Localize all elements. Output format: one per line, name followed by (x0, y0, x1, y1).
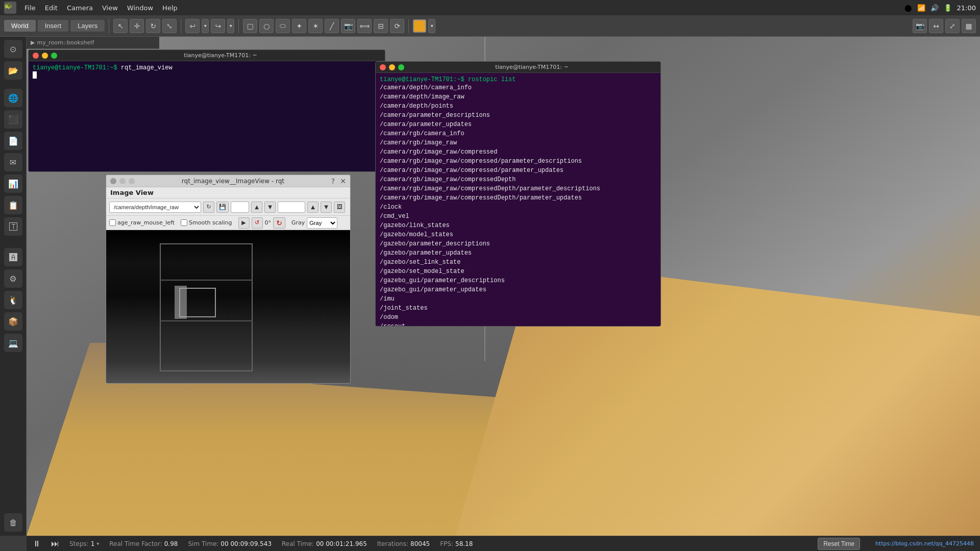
sidebar-item-impress[interactable]: 🅃 (4, 217, 22, 236)
translate-tool-btn[interactable]: ✛ (130, 19, 144, 33)
rqt-image-view-window[interactable]: rqt_image_view__ImageView - rqt ? ✕ Imag… (106, 174, 351, 384)
breadcrumb-arrow: ▶ (31, 39, 35, 46)
camera-pan-btn[interactable]: ↔ (929, 19, 943, 33)
camera-orbit-btn[interactable]: 📷 (913, 19, 927, 33)
rqt-topic-select[interactable]: /camera/depth/image_raw (109, 202, 201, 213)
cylinder-tool-btn[interactable]: ⬭ (276, 19, 290, 33)
box-tool-btn[interactable]: ▢ (243, 19, 257, 33)
sidebar-item-ubuntu[interactable]: 🐧 (4, 291, 22, 309)
rqt-save-btn[interactable]: 💾 (216, 202, 229, 213)
sidebar-item-amazon[interactable]: 🅰 (4, 248, 22, 266)
tab-world[interactable]: World (4, 20, 36, 32)
sphere-tool-btn[interactable]: ○ (259, 19, 274, 33)
menu-edit[interactable]: Edit (41, 3, 62, 13)
topic-item: /camera/depth/points (380, 102, 656, 111)
sidebar-item-present[interactable]: 📋 (4, 196, 22, 214)
sidebar-item-files[interactable]: 📄 (4, 132, 22, 150)
rqt-max-down-btn[interactable]: ▼ (321, 202, 332, 213)
align-btn[interactable]: ⊟ (374, 19, 388, 33)
reset-time-button[interactable]: Reset Time (818, 538, 860, 550)
menu-camera[interactable]: Camera (63, 3, 97, 13)
status-url: https://blog.csdn.net/qq_44725448 (875, 540, 974, 547)
topic-item: /camera/parameter_descriptions (380, 111, 656, 120)
sidebar-item-trash[interactable]: 🗑 (4, 513, 22, 532)
redo-btn[interactable]: ↪ (211, 19, 225, 33)
terminal-1[interactable]: tianye@tianye-TM1701: ~ tianye@tianye-TM… (28, 49, 385, 172)
terminal-1-min[interactable] (42, 53, 48, 59)
menu-window[interactable]: Window (123, 3, 157, 13)
rqt-icon-btn[interactable]: 🖼 (334, 202, 345, 213)
topic-item: /camera/depth/image_raw (380, 92, 656, 102)
rqt-up-btn[interactable]: ▲ (251, 202, 262, 213)
camera-zoom-btn[interactable]: ⤢ (945, 19, 960, 33)
rqt-close[interactable] (110, 178, 116, 184)
camera-mode-btn[interactable]: ▦ (962, 19, 976, 33)
redo-dropdown[interactable]: ▾ (227, 19, 234, 33)
point-light-btn[interactable]: ✶ (308, 19, 323, 33)
screenshot-btn[interactable]: 📷 (341, 19, 355, 33)
status-play-btn[interactable]: ⏸ (33, 539, 41, 548)
rotate-tool-btn[interactable]: ↻ (146, 19, 160, 33)
sidebar-item-spreadsheet[interactable]: 📊 (4, 174, 22, 193)
rqt-value-input[interactable]: 0 (231, 202, 249, 213)
undo-btn[interactable]: ↩ (185, 19, 200, 33)
terminal-1-body[interactable]: tianye@tianye-TM1701:~$ rqt_image_view (29, 61, 385, 171)
tab-insert[interactable]: Insert (38, 20, 69, 32)
rqt-checkbox1-label[interactable]: age_raw_mouse_left (109, 219, 175, 226)
rqt-color-select[interactable]: Gray (307, 217, 337, 229)
toolbar-separator-4 (408, 19, 409, 33)
tab-layers[interactable]: Layers (70, 20, 105, 32)
menu-file[interactable]: File (20, 3, 40, 13)
terminal-2-close[interactable] (380, 64, 386, 70)
tray-icon-volume: 🔊 (930, 4, 939, 12)
rqt-window-title: rqt_image_view__ImageView - rqt (138, 178, 328, 185)
tray-icon-network: 📶 (917, 4, 925, 12)
terminal-2[interactable]: tianye@tianye-TM1701: ~ tianye@tianye-TM… (375, 61, 661, 327)
status-steps-dropdown[interactable]: ▾ (96, 541, 99, 546)
scale-tool-btn[interactable]: ⤡ (162, 19, 177, 33)
sidebar-item-3[interactable] (4, 83, 22, 86)
rqt-settings-icon[interactable]: ✕ (340, 177, 346, 185)
light-tool-btn[interactable]: ✦ (292, 19, 306, 33)
topic-item: /rosout (380, 322, 656, 326)
menu-view[interactable]: View (98, 3, 122, 13)
rqt-max[interactable] (129, 178, 135, 184)
rqt-min[interactable] (119, 178, 126, 184)
rqt-max-up-btn[interactable]: ▲ (307, 202, 318, 213)
terminal-2-min[interactable] (389, 64, 395, 70)
undo-dropdown[interactable]: ▾ (202, 19, 209, 33)
sidebar-item-browser[interactable]: 🌐 (4, 89, 22, 107)
snap-btn[interactable]: ⟳ (390, 19, 404, 33)
rqt-rotate-cw-btn[interactable]: ↻ (273, 217, 285, 229)
rqt-max-input[interactable]: 10.00m (278, 202, 305, 213)
status-step-btn[interactable]: ⏭ (51, 539, 59, 548)
select-tool-btn[interactable]: ↖ (113, 19, 128, 33)
menu-help[interactable]: Help (158, 3, 182, 13)
sidebar-item-text[interactable]: ✉ (4, 153, 22, 171)
rqt-down-btn[interactable]: ▼ (264, 202, 276, 213)
terminal-2-body[interactable]: tianye@tianye-TM1701:~$ rostopic list /c… (376, 73, 660, 326)
rqt-rotate-ccw-btn[interactable]: ↺ (252, 217, 263, 229)
rqt-checkbox2-label[interactable]: Smooth scaling (181, 219, 232, 226)
sidebar-item-terminal[interactable]: ⬛ (4, 110, 22, 129)
rqt-checkbox2[interactable] (181, 219, 187, 226)
topic-item: /camera/rgb/camera_info (380, 129, 656, 138)
rqt-refresh-btn[interactable]: ↻ (203, 202, 214, 213)
sidebar-item-2[interactable]: 📂 (4, 61, 22, 80)
line-tool-btn[interactable]: ╱ (325, 19, 339, 33)
terminal-1-max[interactable] (51, 53, 57, 59)
sidebar-item-system[interactable]: 💻 (4, 334, 22, 352)
topic-item: /gazebo_gui/parameter_updates (380, 285, 656, 294)
rqt-help-icon[interactable]: ? (331, 177, 335, 185)
system-time: 21:00 (957, 4, 976, 12)
terminal-1-close[interactable] (33, 53, 39, 59)
color-dropdown[interactable]: ▾ (428, 19, 435, 33)
sidebar-item-package[interactable]: 📦 (4, 312, 22, 331)
color-picker[interactable] (413, 19, 426, 33)
rqt-checkbox1[interactable] (109, 219, 116, 226)
mirror-btn[interactable]: ⟺ (357, 19, 372, 33)
sidebar-item-1[interactable]: ⊙ (4, 40, 22, 58)
terminal-2-max[interactable] (398, 64, 404, 70)
sidebar-item-settings[interactable]: ⚙ (4, 269, 22, 288)
rqt-play-btn[interactable]: ▶ (238, 217, 250, 229)
